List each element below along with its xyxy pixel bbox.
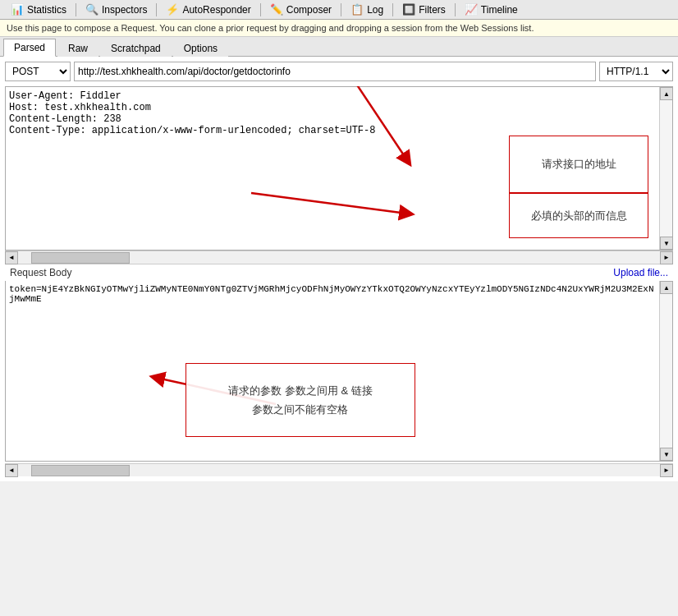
body-scrollbar-v[interactable]: ▲ ▼: [659, 281, 672, 461]
tab-scratchpad[interactable]: Scratchpad: [100, 39, 172, 57]
headers-wrapper: ▲ ▼ 请求接口的地址: [5, 86, 673, 251]
toolbar-filters[interactable]: 🔲 Filters: [395, 1, 453, 19]
method-select[interactable]: POST GET PUT DELETE: [5, 62, 71, 81]
headers-scrollbar-v[interactable]: ▲ ▼: [659, 87, 672, 250]
toolbar-divider-6: [455, 3, 456, 16]
timeline-icon: 📈: [465, 3, 478, 16]
toolbar-autoresponder[interactable]: ⚡ AutoResponder: [158, 1, 258, 19]
body-scroll-up-btn[interactable]: ▲: [660, 281, 673, 294]
url-row: POST GET PUT DELETE HTTP/1.1 HTTP/2: [5, 62, 673, 81]
composer-label: Composer: [286, 4, 332, 16]
info-text: Use this page to compose a Request. You …: [7, 23, 534, 33]
body-scroll-right-btn[interactable]: ►: [660, 464, 673, 477]
params-annotation-label: 请求的参数 参数之间用 & 链接 参数之间不能有空格: [228, 381, 373, 420]
body-scroll-h-thumb[interactable]: [31, 465, 130, 476]
toolbar-timeline[interactable]: 📈 Timeline: [457, 1, 525, 19]
body-scroll-down-btn[interactable]: ▼: [660, 448, 673, 461]
upload-link[interactable]: Upload file...: [613, 267, 668, 278]
params-annotation-box: 请求的参数 参数之间用 & 链接 参数之间不能有空格: [186, 363, 415, 437]
log-icon: 📋: [350, 3, 364, 16]
body-scrollbar-h[interactable]: ◄ ►: [5, 463, 673, 476]
tab-raw[interactable]: Raw: [57, 39, 98, 57]
toolbar-divider-5: [392, 3, 393, 16]
inspectors-label: Inspectors: [102, 4, 147, 16]
address-annotation-label: 请求接口的地址: [542, 156, 616, 172]
log-label: Log: [367, 4, 383, 16]
toolbar-statistics[interactable]: 📊 Statistics: [3, 1, 74, 19]
scroll-left-btn[interactable]: ◄: [5, 251, 18, 264]
scroll-track: [660, 100, 672, 237]
tabs-row: Parsed Raw Scratchpad Options: [0, 37, 678, 57]
filters-icon: 🔲: [402, 3, 415, 16]
toolbar-inspectors[interactable]: 🔍 Inspectors: [78, 1, 154, 19]
headers-scrollbar-h[interactable]: ◄ ►: [5, 251, 673, 264]
tab-options[interactable]: Options: [173, 39, 228, 57]
timeline-label: Timeline: [481, 4, 518, 16]
scroll-down-btn[interactable]: ▼: [660, 237, 673, 250]
toolbar: 📊 Statistics 🔍 Inspectors ⚡ AutoResponde…: [0, 0, 678, 20]
address-annotation-box: 请求接口的地址: [509, 136, 648, 193]
composer-icon: ✏️: [270, 3, 283, 16]
statistics-label: Statistics: [27, 4, 66, 16]
body-scroll-track: [660, 294, 672, 448]
scroll-up-btn[interactable]: ▲: [660, 87, 673, 100]
filters-label: Filters: [419, 4, 446, 16]
toolbar-composer[interactable]: ✏️ Composer: [263, 1, 339, 19]
scroll-h-thumb[interactable]: [31, 252, 130, 264]
toolbar-divider-2: [156, 3, 157, 16]
section-header: Request Body Upload file...: [5, 264, 673, 281]
tab-parsed[interactable]: Parsed: [3, 39, 56, 57]
toolbar-log[interactable]: 📋 Log: [343, 1, 391, 19]
body-scroll-left-btn[interactable]: ◄: [5, 464, 18, 477]
toolbar-divider-1: [76, 3, 76, 16]
autoresponder-label: AutoResponder: [182, 4, 250, 16]
toolbar-divider-4: [341, 3, 341, 16]
protocol-select[interactable]: HTTP/1.1 HTTP/2: [599, 62, 673, 81]
url-input[interactable]: [74, 62, 596, 81]
body-wrapper: ▲ ▼ 请求的参数 参数之间用 & 链接 参数之间不能有空格: [5, 281, 673, 462]
header-annotation-label: 必填的头部的而信息: [531, 208, 627, 224]
statistics-icon: 📊: [11, 3, 24, 16]
scroll-right-btn[interactable]: ►: [660, 251, 673, 264]
body-scroll-h-track: [130, 464, 660, 476]
scroll-h-track: [130, 251, 660, 264]
request-body-label: Request Body: [10, 267, 71, 278]
info-bar: Use this page to compose a Request. You …: [0, 20, 678, 37]
header-annotation-box: 必填的头部的而信息: [509, 193, 648, 238]
autoresponder-icon: ⚡: [166, 3, 179, 16]
main-content: POST GET PUT DELETE HTTP/1.1 HTTP/2 ▲ ▼: [0, 57, 678, 481]
inspectors-icon: 🔍: [85, 3, 98, 16]
toolbar-divider-3: [260, 3, 261, 16]
